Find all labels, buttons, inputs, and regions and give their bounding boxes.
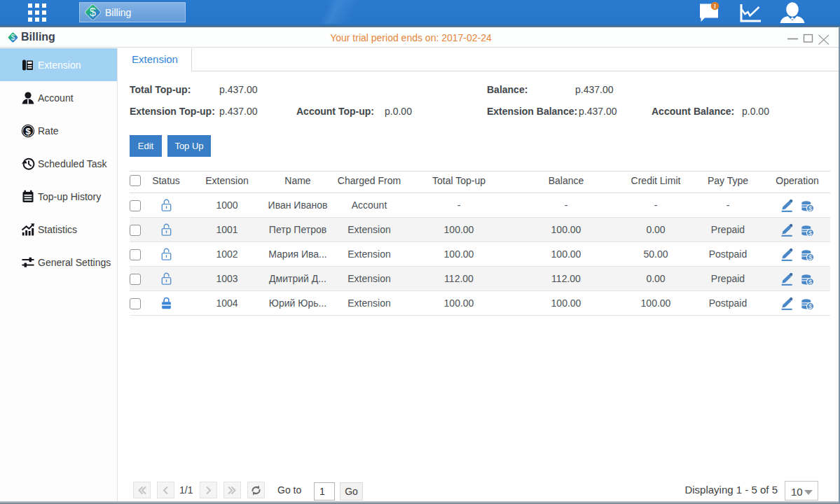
svg-text:$: $ bbox=[808, 279, 812, 286]
svg-text:$: $ bbox=[808, 205, 812, 212]
svg-text:$: $ bbox=[25, 125, 31, 136]
svg-text:$: $ bbox=[808, 254, 812, 261]
svg-text:$: $ bbox=[808, 303, 812, 310]
svg-text:$: $ bbox=[808, 230, 812, 237]
svg-text:!: ! bbox=[714, 3, 716, 10]
svg-text:$: $ bbox=[90, 6, 96, 18]
